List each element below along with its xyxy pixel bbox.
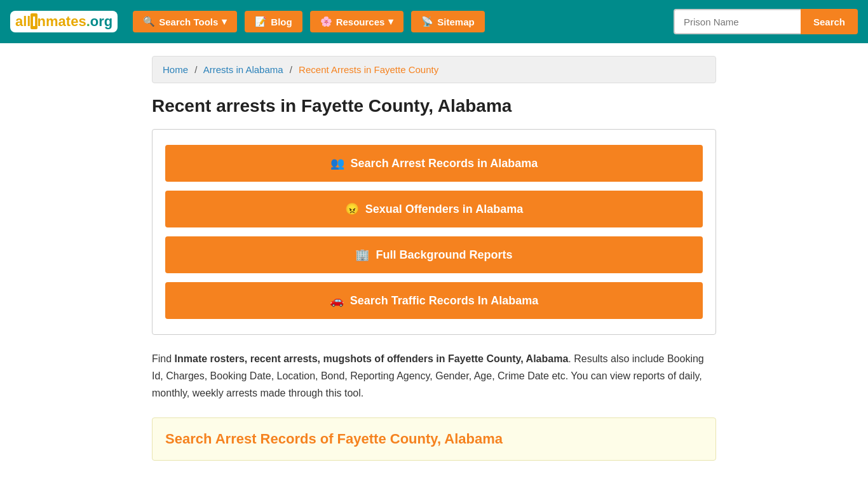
resources-icon: 🌸 [320,16,332,27]
header-search-button[interactable]: Search [801,9,858,34]
site-header: allInmates.org 🔍 Search Tools ▾ 📝 Blog 🌸… [0,0,868,43]
bottom-section-title: Search Arrest Records of Fayette County,… [165,431,703,447]
action-buttons-card: 👥 Search Arrest Records in Alabama 😠 Sex… [152,129,716,335]
search-tools-icon: 🔍 [143,16,155,27]
search-arrest-icon: 👥 [330,156,344,170]
logo[interactable]: allInmates.org [10,11,118,32]
resources-dropdown-icon: ▾ [388,16,393,27]
description-bold: Inmate rosters, recent arrests, mugshots… [175,353,569,364]
search-tools-label: Search Tools [159,17,218,27]
breadcrumb: Home / Arrests in Alabama / Recent Arres… [152,56,716,83]
background-reports-button[interactable]: 🏢 Full Background Reports [165,236,703,273]
traffic-records-label: Search Traffic Records In Alabama [350,294,538,308]
sexual-offenders-label: Sexual Offenders in Alabama [365,203,523,216]
breadcrumb-current: Recent Arrests in Fayette County [299,64,438,75]
traffic-records-icon: 🚗 [330,294,344,308]
main-content: Home / Arrests in Alabama / Recent Arres… [142,43,726,473]
search-button-label: Search [813,17,845,27]
bottom-section: Search Arrest Records of Fayette County,… [152,417,716,461]
sitemap-button[interactable]: 📡 Sitemap [411,11,484,32]
blog-button[interactable]: 📝 Blog [245,11,302,32]
background-reports-label: Full Background Reports [376,248,512,262]
resources-button[interactable]: 🌸 Resources ▾ [310,11,404,32]
sexual-offenders-icon: 😠 [345,202,359,216]
page-title: Recent arrests in Fayette County, Alabam… [152,96,716,116]
sitemap-icon: 📡 [421,16,433,27]
sexual-offenders-button[interactable]: 😠 Sexual Offenders in Alabama [165,191,703,227]
background-reports-icon: 🏢 [355,248,369,262]
dropdown-icon: ▾ [222,16,227,27]
resources-label: Resources [336,17,385,27]
prison-name-input[interactable] [674,9,801,34]
breadcrumb-sep-1: / [194,64,197,75]
breadcrumb-arrests-alabama[interactable]: Arrests in Alabama [203,64,283,75]
traffic-records-button[interactable]: 🚗 Search Traffic Records In Alabama [165,282,703,319]
search-tools-button[interactable]: 🔍 Search Tools ▾ [133,11,237,32]
sitemap-label: Sitemap [437,17,474,27]
blog-icon: 📝 [255,16,267,27]
logo-text: allInmates.org [15,13,112,30]
logo-box: allInmates.org [10,11,118,32]
description-intro: Find [152,353,175,364]
breadcrumb-sep-2: / [290,64,292,75]
header-search-area: Search [674,9,858,34]
search-arrest-label: Search Arrest Records in Alabama [351,157,538,170]
blog-label: Blog [271,17,292,27]
description-text: Find Inmate rosters, recent arrests, mug… [152,350,716,402]
search-arrest-button[interactable]: 👥 Search Arrest Records in Alabama [165,145,703,182]
breadcrumb-home[interactable]: Home [163,64,188,75]
